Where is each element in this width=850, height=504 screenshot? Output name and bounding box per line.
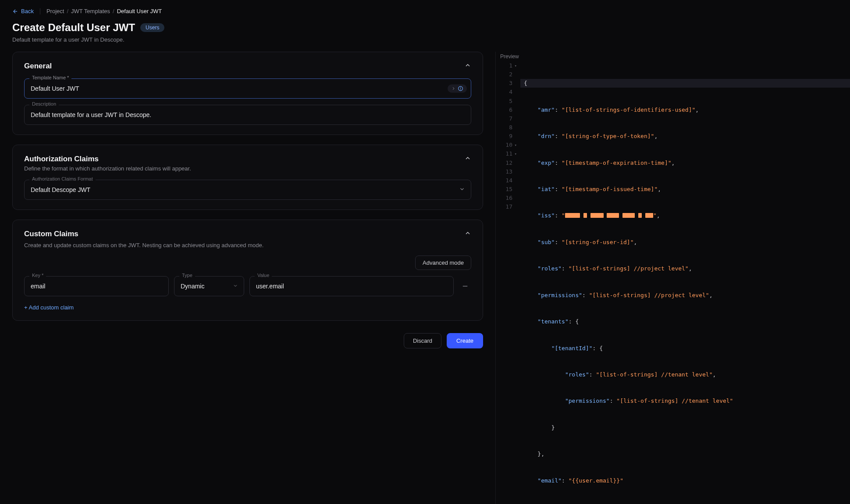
fold-icon[interactable]: ▾	[515, 142, 517, 149]
users-badge: Users	[140, 23, 164, 32]
authz-format-select[interactable]: Default Descope JWT	[24, 180, 471, 200]
remove-claim-button[interactable]	[459, 282, 471, 290]
create-button[interactable]: Create	[447, 333, 483, 348]
page-header: Create Default User JWT Users Default te…	[0, 19, 850, 52]
line-gutter: 1▾ 2 3 4 5 6 7 8 9 10▾ 11▾ 12 13 14 15 1…	[496, 61, 516, 504]
page-title: Create Default User JWT	[12, 21, 135, 34]
topbar: Back Project / JWT Templates / Default U…	[0, 0, 850, 19]
fold-icon[interactable]: ▾	[515, 63, 517, 69]
minus-icon	[461, 282, 469, 290]
discard-button[interactable]: Discard	[404, 333, 441, 348]
claim-key-input[interactable]	[24, 276, 169, 296]
authz-subtitle: Define the format in which authorization…	[24, 165, 191, 172]
code-lines: { "amr": "[list-of-strings-of-identifier…	[520, 61, 850, 504]
breadcrumb-project[interactable]: Project	[46, 8, 64, 14]
claim-key-label: Key *	[29, 273, 46, 278]
custom-subtitle: Create and update custom claims on the J…	[24, 242, 471, 248]
custom-header[interactable]: Custom Claims	[24, 230, 471, 238]
svg-point-2	[460, 88, 461, 88]
form-actions: Discard Create	[12, 330, 483, 348]
breadcrumb-sep: /	[113, 8, 114, 14]
back-link[interactable]: Back	[12, 8, 34, 14]
back-label: Back	[21, 8, 34, 14]
authz-section: Authorization Claims Define the format i…	[12, 145, 483, 210]
divider	[40, 8, 40, 14]
authz-format-value: Default Descope JWT	[31, 186, 90, 193]
breadcrumb-templates[interactable]: JWT Templates	[71, 8, 110, 14]
authz-format-label: Authorization Claims Format	[29, 176, 96, 181]
add-custom-claim-button[interactable]: + Add custom claim	[24, 304, 74, 311]
name-suffix-pill[interactable]	[448, 85, 467, 93]
general-title: General	[24, 62, 52, 71]
info-circle-icon	[458, 86, 463, 92]
chevron-up-icon	[464, 155, 471, 163]
breadcrumb: Project / JWT Templates / Default User J…	[46, 8, 162, 14]
description-label: Description	[29, 101, 59, 106]
general-section: General Template Name * Description	[12, 52, 483, 135]
template-name-label: Template Name *	[29, 75, 71, 80]
claim-value-input[interactable]	[249, 276, 454, 296]
chevron-right-icon	[451, 86, 456, 91]
breadcrumb-current: Default User JWT	[117, 8, 162, 14]
claim-type-value: Dynamic	[181, 283, 204, 290]
authz-title: Authorization Claims	[24, 155, 191, 163]
advanced-mode-button[interactable]: Advanced mode	[415, 256, 471, 270]
chevron-up-icon	[464, 230, 471, 238]
chevron-up-icon	[464, 62, 471, 70]
claim-type-label: Type	[179, 273, 195, 278]
claim-type-select[interactable]: Dynamic	[174, 276, 244, 296]
description-input[interactable]	[24, 105, 471, 125]
page-subtitle: Default template for a user JWT in Desco…	[12, 36, 838, 43]
claim-row: Key * Type Dynamic Value	[24, 276, 471, 296]
code-area[interactable]: 1▾ 2 3 4 5 6 7 8 9 10▾ 11▾ 12 13 14 15 1…	[496, 52, 850, 504]
template-name-input[interactable]	[24, 78, 471, 99]
claim-value-label: Value	[255, 273, 272, 278]
custom-section: Custom Claims Create and update custom c…	[12, 220, 483, 321]
custom-title: Custom Claims	[24, 230, 78, 238]
arrow-left-icon	[12, 8, 18, 14]
general-header[interactable]: General	[24, 62, 471, 71]
preview-pane: Preview 1▾ 2 3 4 5 6 7 8 9 10▾ 11▾ 12 13…	[495, 52, 850, 504]
authz-header[interactable]: Authorization Claims Define the format i…	[24, 155, 471, 172]
fold-icon[interactable]: ▾	[515, 151, 517, 157]
breadcrumb-sep: /	[67, 8, 68, 14]
